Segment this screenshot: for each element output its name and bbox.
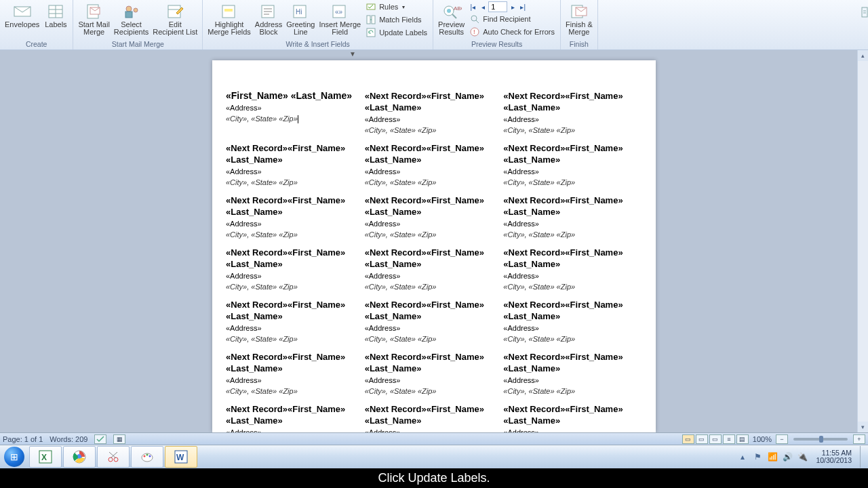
zoom-slider[interactable] (793, 438, 848, 441)
label-cell[interactable]: «Next Record»«First_Name» «Last_Name»«Ad… (365, 192, 504, 244)
group-create: Envelopes Labels Create (0, 0, 73, 49)
action-center-icon[interactable]: ⚑ (752, 451, 763, 462)
label-cell[interactable]: «Next Record»«First_Name» «Last_Name»«Ad… (365, 87, 504, 140)
finish-merge-button[interactable]: Finish & Merge (564, 1, 595, 37)
group-start-mail-merge: Start Mail Merge Select Recipients Edit … (73, 0, 203, 49)
status-bar: Page: 1 of 1 Words: 209 ▦ ▭ ▭ ▭ ≡ ▤ 100%… (0, 432, 868, 445)
taskbar-word-button[interactable]: W (165, 446, 197, 468)
start-button[interactable] (0, 445, 28, 469)
first-record-button[interactable]: |◂ (468, 2, 477, 12)
ruler-indent-marker[interactable]: ▼ (349, 50, 356, 58)
outline-view-button[interactable]: ≡ (723, 434, 735, 444)
record-number-input[interactable] (488, 1, 507, 12)
full-screen-view-button[interactable]: ▭ (696, 434, 708, 444)
svg-line-32 (476, 20, 479, 23)
selection-pane-toggle[interactable] (861, 7, 868, 47)
svg-point-48 (146, 454, 149, 456)
scroll-down-button[interactable]: ▾ (858, 422, 868, 432)
label-cell[interactable]: «Next Record»«First_Name» «Last_Name»«Ad… (226, 296, 365, 348)
auto-check-errors-button[interactable]: !Auto Check for Errors (468, 26, 556, 38)
zoom-in-button[interactable]: + (853, 434, 865, 444)
draft-view-button[interactable]: ▤ (736, 434, 749, 444)
rules-button[interactable]: Rules▾ (364, 1, 429, 13)
label-cell[interactable]: «Next Record»«First_Name» «Last_Name»«Ad… (503, 140, 642, 192)
word-count[interactable]: Words: 209 (50, 435, 87, 443)
label-cell[interactable]: «Next Record»«First_Name» «Last_Name»«Ad… (503, 296, 642, 348)
envelopes-button[interactable]: Envelopes (3, 1, 41, 30)
label-cell[interactable]: «Next Record»«First_Name» «Last_Name»«Ad… (503, 87, 642, 140)
show-desktop-button[interactable] (860, 446, 865, 468)
print-layout-view-button[interactable]: ▭ (682, 434, 694, 444)
group-write-insert-fields: Highlight Merge Fields Address Block Hi … (203, 0, 433, 49)
svg-text:X: X (41, 453, 47, 462)
svg-point-9 (134, 8, 138, 12)
taskbar-snip-button[interactable] (97, 446, 130, 468)
label-cell[interactable]: «First_Name» «Last_Name»«Address»«City»,… (226, 87, 365, 140)
system-clock[interactable]: 11:55 AM 10/30/2013 (812, 449, 856, 464)
label-cell[interactable]: «Next Record»«First_Name» «Last_Name»«Ad… (503, 348, 642, 401)
volume-icon[interactable]: 🔊 (782, 451, 793, 462)
match-fields-button[interactable]: Match Fields (364, 14, 429, 26)
group-finish: Finish & Merge Finish (561, 0, 598, 49)
zoom-out-button[interactable]: − (776, 434, 788, 444)
edit-recipient-list-button[interactable]: Edit Recipient List (151, 1, 199, 37)
svg-line-29 (452, 14, 456, 18)
svg-rect-23 (367, 16, 370, 24)
svg-point-7 (126, 6, 132, 12)
ribbon: Envelopes Labels Create Start Mail Merge… (0, 0, 868, 50)
next-record-button[interactable]: ▸ (508, 2, 517, 12)
svg-point-28 (447, 9, 451, 13)
network-icon[interactable]: 📶 (767, 451, 778, 462)
label-cell[interactable]: «Next Record»«First_Name» «Last_Name»«Ad… (365, 244, 504, 296)
preview-results-button[interactable]: ABC Preview Results (436, 1, 467, 37)
label-cell[interactable]: «Next Record»«First_Name» «Last_Name»«Ad… (365, 296, 504, 348)
group-preview-results: ABC Preview Results |◂ ◂ ▸ ▸| Find Recip… (433, 0, 561, 49)
taskbar-chrome-button[interactable] (63, 446, 96, 468)
prev-record-button[interactable]: ◂ (478, 2, 488, 12)
last-record-button[interactable]: ▸| (518, 2, 528, 12)
label-cell[interactable]: «Next Record»«First_Name» «Last_Name»«Ad… (365, 401, 504, 432)
select-recipients-button[interactable]: Select Recipients (112, 1, 151, 37)
svg-text:ABC: ABC (454, 5, 462, 12)
find-recipient-button[interactable]: Find Recipient (468, 13, 556, 25)
label-cell[interactable]: «Next Record»«First_Name» «Last_Name»«Ad… (226, 140, 365, 192)
svg-text:«»: «» (335, 8, 343, 16)
address-block-button[interactable]: Address Block (253, 1, 284, 37)
document-page: «First_Name» «Last_Name»«Address»«City»,… (212, 60, 656, 432)
label-cell[interactable]: «Next Record»«First_Name» «Last_Name»«Ad… (226, 192, 365, 244)
macro-icon[interactable]: ▦ (113, 434, 125, 444)
show-hidden-icons[interactable]: ▴ (737, 451, 748, 462)
svg-point-31 (471, 16, 477, 21)
svg-rect-24 (372, 16, 375, 24)
label-cell[interactable]: «Next Record»«First_Name» «Last_Name»«Ad… (365, 348, 504, 401)
page-indicator[interactable]: Page: 1 of 1 (3, 435, 43, 443)
record-navigation: |◂ ◂ ▸ ▸| (468, 1, 556, 12)
power-icon[interactable]: 🔌 (797, 451, 808, 462)
video-caption: Click Update Labels. (0, 468, 868, 488)
highlight-merge-fields-button[interactable]: Highlight Merge Fields (205, 1, 253, 37)
web-layout-view-button[interactable]: ▭ (709, 434, 722, 444)
insert-merge-field-button[interactable]: «» Insert Merge Field (317, 1, 363, 37)
label-cell[interactable]: «Next Record»«First_Name» «Last_Name»«Ad… (226, 401, 365, 432)
label-cell[interactable]: «Next Record»«First_Name» «Last_Name»«Ad… (503, 401, 642, 432)
label-cell[interactable]: «Next Record»«First_Name» «Last_Name»«Ad… (226, 348, 365, 401)
label-cell[interactable]: «Next Record»«First_Name» «Last_Name»«Ad… (503, 244, 642, 296)
label-cell[interactable]: «Next Record»«First_Name» «Last_Name»«Ad… (226, 244, 365, 296)
svg-text:W: W (176, 453, 184, 462)
labels-button[interactable]: Labels (41, 1, 70, 30)
svg-text:Hi: Hi (296, 8, 302, 16)
proofing-icon[interactable] (94, 434, 106, 444)
taskbar-excel-button[interactable]: X (29, 446, 62, 468)
vertical-scrollbar[interactable]: ▴ ▾ (857, 50, 868, 432)
zoom-level[interactable]: 100% (753, 435, 772, 443)
label-cell[interactable]: «Next Record»«First_Name» «Last_Name»«Ad… (365, 140, 504, 192)
svg-point-49 (149, 455, 151, 458)
start-mail-merge-button[interactable]: Start Mail Merge (76, 1, 111, 37)
scroll-up-button[interactable]: ▴ (858, 50, 868, 61)
svg-text:!: ! (473, 28, 475, 35)
greeting-line-button[interactable]: Hi Greeting Line (284, 1, 317, 37)
update-labels-button[interactable]: Update Labels (364, 26, 429, 39)
svg-rect-13 (224, 9, 233, 12)
taskbar-paint-button[interactable] (131, 446, 163, 468)
label-cell[interactable]: «Next Record»«First_Name» «Last_Name»«Ad… (503, 192, 642, 244)
